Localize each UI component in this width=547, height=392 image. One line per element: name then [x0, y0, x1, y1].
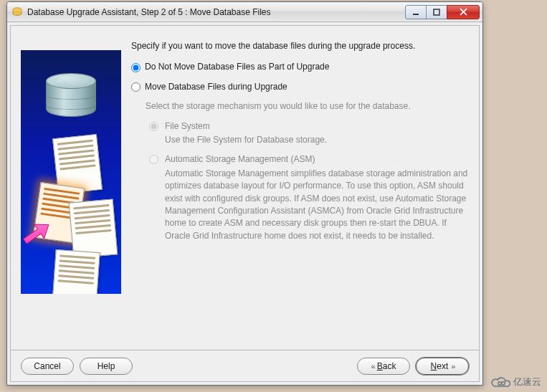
next-button[interactable]: Next » [416, 358, 469, 375]
option-label: Do Not Move Database Files as Part of Up… [145, 61, 329, 73]
close-button[interactable] [447, 5, 480, 19]
wizard-graphic [21, 50, 121, 294]
client-area: Specify if you want to move the database… [7, 22, 482, 385]
button-label: Help [97, 361, 115, 371]
radio-asm [149, 155, 158, 164]
fs-title: File System [165, 120, 469, 133]
radio-move[interactable] [131, 82, 141, 92]
option-label: Move Database Files during Upgrade [145, 81, 287, 93]
minimize-button[interactable] [405, 5, 427, 19]
app-icon [11, 6, 23, 18]
back-button[interactable]: « Back [357, 358, 410, 375]
intro-text: Specify if you want to move the database… [131, 40, 469, 52]
cloud-icon [490, 375, 510, 389]
help-button[interactable]: Help [80, 358, 133, 375]
watermark: 亿速云 [490, 375, 541, 389]
button-label: Cancel [34, 361, 60, 371]
option-asm: Automatic Storage Management (ASM) Autom… [146, 153, 469, 242]
document-icon [52, 249, 100, 294]
button-label: Back [377, 361, 396, 371]
button-label: Next [431, 361, 449, 371]
cancel-button[interactable]: Cancel [21, 358, 74, 375]
watermark-text: 亿速云 [513, 376, 541, 388]
svg-rect-3 [434, 9, 439, 15]
svg-marker-4 [21, 218, 54, 249]
titlebar[interactable]: Database Upgrade Assistant, Step 2 of 5 … [7, 2, 482, 22]
button-bar: Cancel Help « Back Next » [10, 350, 480, 382]
storage-intro: Select the storage mechanism you would l… [146, 100, 469, 113]
main-pane: Specify if you want to move the database… [131, 36, 469, 345]
asm-title: Automatic Storage Management (ASM) [165, 153, 469, 166]
svg-point-6 [502, 382, 505, 385]
dialog-window: Database Upgrade Assistant, Step 2 of 5 … [6, 1, 483, 386]
option-file-system: File System Use the File System for Data… [146, 120, 469, 147]
option-do-not-move[interactable]: Do Not Move Database Files as Part of Up… [131, 61, 469, 73]
radio-file-system [149, 122, 158, 131]
asm-desc: Automatic Storage Management simplifies … [165, 168, 469, 242]
window-controls [406, 5, 480, 19]
fs-desc: Use the File System for Database storage… [165, 134, 469, 146]
chevron-right-icon: » [451, 362, 454, 371]
document-icon [69, 199, 118, 258]
database-icon [46, 73, 96, 123]
window-title: Database Upgrade Assistant, Step 2 of 5 … [27, 7, 406, 17]
svg-point-5 [498, 382, 501, 385]
radio-do-not-move[interactable] [131, 63, 141, 72]
chevron-left-icon: « [371, 362, 374, 371]
content-frame: Specify if you want to move the database… [10, 25, 480, 350]
maximize-button[interactable] [426, 5, 447, 19]
svg-rect-2 [413, 14, 419, 15]
option-move[interactable]: Move Database Files during Upgrade [131, 81, 469, 93]
storage-subsection: Select the storage mechanism you would l… [131, 100, 469, 242]
